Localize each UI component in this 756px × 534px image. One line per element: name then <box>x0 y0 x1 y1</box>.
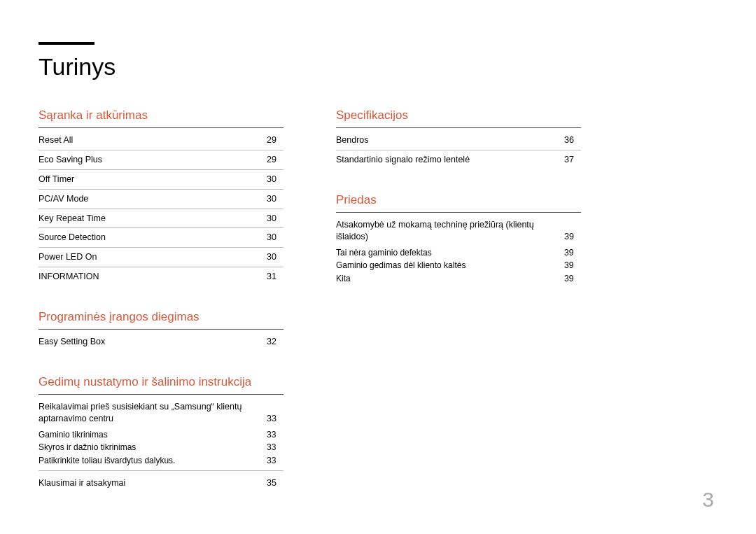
toc-section: SpecifikacijosBendros36Standartinio sign… <box>336 108 581 169</box>
toc-entry[interactable]: Off Timer30 <box>38 170 284 190</box>
divider <box>38 470 284 471</box>
toc-entry-page: 29 <box>267 154 284 166</box>
toc-entry-page: 30 <box>267 232 284 244</box>
toc-subentry-page: 33 <box>267 429 284 441</box>
toc-subentry-label: Gaminio tikrinimas <box>38 429 267 441</box>
toc-subentry[interactable]: Gaminio tikrinimas33 <box>38 428 284 442</box>
toc-entry[interactable]: Source Detection30 <box>38 228 284 248</box>
toc-entry[interactable]: Bendros36 <box>336 131 581 150</box>
toc-subentry-page: 33 <box>267 442 284 454</box>
toc-entry-label: Power LED On <box>38 251 267 263</box>
toc-entry-page: 36 <box>564 134 581 146</box>
toc-entry[interactable]: PC/AV Mode30 <box>38 190 284 209</box>
section-heading[interactable]: Sąranka ir atkūrimas <box>38 108 284 128</box>
page-title: Turinys <box>38 53 718 80</box>
toc-entry[interactable]: Atsakomybė už mokamą techninę priežiūrą … <box>336 216 581 246</box>
toc-subentry-page: 39 <box>564 247 581 259</box>
toc-entry-label: Klausimai ir atsakymai <box>38 477 267 489</box>
toc-columns: Sąranka ir atkūrimasReset All29Eco Savin… <box>38 108 718 517</box>
page-container: Turinys Sąranka ir atkūrimasReset All29E… <box>0 0 756 534</box>
toc-column: SpecifikacijosBendros36Standartinio sign… <box>336 108 581 517</box>
toc-entry-label: Source Detection <box>38 232 267 244</box>
toc-subentry[interactable]: Patikrinkite toliau išvardytus dalykus.3… <box>38 454 284 468</box>
toc-entry-label: Atsakomybė už mokamą techninę priežiūrą … <box>336 219 564 243</box>
toc-entry-label: Reset All <box>38 134 267 146</box>
toc-entry[interactable]: Reikalavimai prieš susisiekiant su „Sams… <box>38 398 284 428</box>
toc-entry-label: Easy Setting Box <box>38 336 267 348</box>
toc-subentry[interactable]: Tai nėra gaminio defektas39 <box>336 246 581 260</box>
section-heading[interactable]: Gedimų nustatymo ir šalinimo instrukcija <box>38 375 284 395</box>
toc-entry[interactable]: INFORMATION31 <box>38 267 284 286</box>
toc-entry-page: 35 <box>267 477 284 489</box>
toc-entry-page: 30 <box>267 213 284 225</box>
toc-subentry-page: 33 <box>267 455 284 467</box>
toc-entry-page: 30 <box>267 193 284 205</box>
toc-subentry-page: 39 <box>564 260 581 272</box>
toc-subentry[interactable]: Gaminio gedimas dėl kliento kaltės39 <box>336 259 581 272</box>
toc-column: Sąranka ir atkūrimasReset All29Eco Savin… <box>38 108 284 517</box>
toc-entry-page: 29 <box>267 134 284 146</box>
title-rule <box>38 42 94 45</box>
toc-entry-page: 39 <box>564 231 581 243</box>
toc-subentry-label: Gaminio gedimas dėl kliento kaltės <box>336 260 564 272</box>
toc-section: Programinės įrangos diegimasEasy Setting… <box>38 310 284 351</box>
toc-entry-label: Eco Saving Plus <box>38 154 267 166</box>
toc-subentry-label: Tai nėra gaminio defektas <box>336 247 564 259</box>
toc-entry-label: INFORMATION <box>38 271 267 283</box>
toc-subentry-label: Patikrinkite toliau išvardytus dalykus. <box>38 455 267 467</box>
toc-subentry[interactable]: Kita39 <box>336 272 581 286</box>
toc-entry-page: 31 <box>267 271 284 283</box>
section-heading[interactable]: Priedas <box>336 193 581 213</box>
toc-section: PriedasAtsakomybė už mokamą techninę pri… <box>336 193 581 286</box>
toc-entry[interactable]: Reset All29 <box>38 131 284 150</box>
toc-entry[interactable]: Easy Setting Box32 <box>38 332 284 351</box>
toc-subentry[interactable]: Skyros ir dažnio tikrinimas33 <box>38 441 284 454</box>
toc-entry[interactable]: Eco Saving Plus29 <box>38 150 284 170</box>
toc-entry[interactable]: Power LED On30 <box>38 248 284 267</box>
toc-entry[interactable]: Key Repeat Time30 <box>38 209 284 229</box>
section-heading[interactable]: Specifikacijos <box>336 108 581 128</box>
toc-entry[interactable]: Standartinio signalo režimo lentelė37 <box>336 150 581 169</box>
page-number: 3 <box>702 488 714 512</box>
toc-entry-page: 30 <box>267 251 284 263</box>
toc-section: Sąranka ir atkūrimasReset All29Eco Savin… <box>38 108 284 286</box>
toc-entry-label: Reikalavimai prieš susisiekiant su „Sams… <box>38 401 267 425</box>
toc-entry-page: 37 <box>564 154 581 166</box>
toc-entry-label: PC/AV Mode <box>38 193 267 205</box>
toc-entry-label: Standartinio signalo režimo lentelė <box>336 154 564 166</box>
toc-subentry-label: Kita <box>336 273 564 285</box>
toc-section: Gedimų nustatymo ir šalinimo instrukcija… <box>38 375 284 493</box>
toc-entry-label: Key Repeat Time <box>38 213 267 225</box>
toc-entry[interactable]: Klausimai ir atsakymai35 <box>38 474 284 493</box>
toc-entry-page: 32 <box>267 336 284 348</box>
toc-entry-page: 33 <box>267 413 284 425</box>
section-heading[interactable]: Programinės įrangos diegimas <box>38 310 284 330</box>
toc-subentry-label: Skyros ir dažnio tikrinimas <box>38 442 267 454</box>
toc-entry-label: Bendros <box>336 134 564 146</box>
toc-subentry-page: 39 <box>564 273 581 285</box>
toc-entry-label: Off Timer <box>38 174 267 185</box>
toc-entry-page: 30 <box>267 174 284 185</box>
